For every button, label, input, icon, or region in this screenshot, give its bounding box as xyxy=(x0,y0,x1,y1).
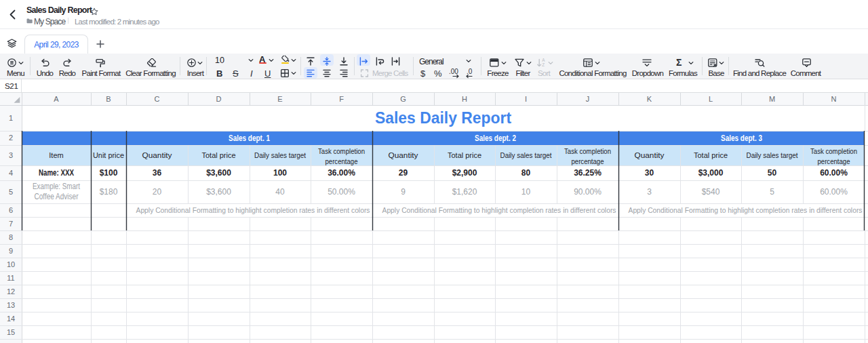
svg-text:B: B xyxy=(106,95,111,103)
svg-text:9: 9 xyxy=(9,247,13,255)
svg-text:Name: XXX: Name: XXX xyxy=(39,168,74,178)
svg-text:I: I xyxy=(525,95,527,103)
svg-text:15: 15 xyxy=(7,328,15,336)
svg-text:F: F xyxy=(339,95,344,103)
svg-text:Daily sales target: Daily sales target xyxy=(254,151,306,159)
svg-text:Item: Item xyxy=(49,151,63,159)
svg-text:2: 2 xyxy=(9,134,13,142)
svg-text:Total price: Total price xyxy=(202,151,236,159)
svg-text:$540: $540 xyxy=(702,187,720,197)
svg-text:.0: .0 xyxy=(467,68,473,75)
svg-text:36: 36 xyxy=(153,168,162,178)
svg-text:Task completion: Task completion xyxy=(810,147,857,155)
svg-text:Total price: Total price xyxy=(448,151,481,159)
svg-text:Apply Conditional Formatting t: Apply Conditional Formatting to highligh… xyxy=(382,206,616,214)
svg-text:10: 10 xyxy=(521,187,531,197)
svg-text:J: J xyxy=(586,95,590,103)
svg-text:30: 30 xyxy=(645,168,654,178)
svg-text:6: 6 xyxy=(9,206,13,214)
svg-text:Sales dept. 2: Sales dept. 2 xyxy=(475,134,516,143)
svg-text:N: N xyxy=(831,95,837,103)
svg-text:$3,600: $3,600 xyxy=(206,168,231,178)
svg-text:10: 10 xyxy=(7,260,15,268)
svg-text:$3,000: $3,000 xyxy=(698,168,724,178)
svg-text:60.00%: 60.00% xyxy=(820,187,848,197)
svg-text:3: 3 xyxy=(647,187,652,197)
svg-text:36.00%: 36.00% xyxy=(328,168,355,178)
svg-text:K: K xyxy=(647,95,652,103)
svg-text:Example: Smart: Example: Smart xyxy=(33,182,81,191)
svg-text:50.00%: 50.00% xyxy=(328,187,355,197)
svg-text:Sales dept. 1: Sales dept. 1 xyxy=(229,134,270,143)
svg-text:Quantity: Quantity xyxy=(142,151,173,159)
svg-text:13: 13 xyxy=(7,301,15,309)
svg-text:90.00%: 90.00% xyxy=(574,187,601,197)
svg-text:$2,900: $2,900 xyxy=(452,168,477,178)
svg-text:29: 29 xyxy=(399,168,408,178)
svg-text:Z: Z xyxy=(542,62,545,67)
svg-text:11: 11 xyxy=(7,274,14,282)
svg-text:4: 4 xyxy=(9,169,13,177)
svg-text:M: M xyxy=(769,95,775,103)
svg-text:50: 50 xyxy=(768,168,777,178)
svg-text:L: L xyxy=(709,95,713,103)
svg-text:14: 14 xyxy=(7,315,15,323)
svg-text:1: 1 xyxy=(9,114,13,122)
svg-text:$1,620: $1,620 xyxy=(452,187,477,197)
svg-text:20: 20 xyxy=(153,187,162,197)
svg-text:H: H xyxy=(462,95,467,103)
svg-text:C: C xyxy=(155,95,160,103)
svg-text:$3,600: $3,600 xyxy=(206,187,231,197)
svg-text:Daily sales target: Daily sales target xyxy=(500,151,552,159)
svg-text:40: 40 xyxy=(275,187,285,197)
svg-text:9: 9 xyxy=(401,187,406,197)
svg-text:Quantity: Quantity xyxy=(635,151,665,159)
svg-text:percentage: percentage xyxy=(572,157,604,165)
svg-text:Task completion: Task completion xyxy=(318,147,365,155)
svg-text:Unit price: Unit price xyxy=(93,151,124,159)
svg-text:60.00%: 60.00% xyxy=(820,168,848,178)
svg-text:5: 5 xyxy=(9,188,13,196)
svg-text:Coffee Adviser: Coffee Adviser xyxy=(35,192,79,201)
svg-text:Sales Daily Report: Sales Daily Report xyxy=(375,109,511,127)
svg-text:D: D xyxy=(216,95,222,103)
svg-text:12: 12 xyxy=(7,287,15,296)
svg-text:Apply Conditional Formatting t: Apply Conditional Formatting to highligh… xyxy=(136,206,370,214)
svg-text:7: 7 xyxy=(9,220,13,228)
svg-text:3: 3 xyxy=(9,151,13,159)
svg-text:Apply Conditional Formatting t: Apply Conditional Formatting to highligh… xyxy=(629,206,863,214)
svg-text:5: 5 xyxy=(770,187,774,197)
svg-text:Quantity: Quantity xyxy=(389,151,419,159)
svg-text:36.25%: 36.25% xyxy=(574,168,601,178)
svg-text:percentage: percentage xyxy=(818,157,850,165)
svg-text:80: 80 xyxy=(521,168,531,178)
svg-text:E: E xyxy=(277,95,282,103)
svg-text:8: 8 xyxy=(9,233,13,241)
svg-text:Total price: Total price xyxy=(694,151,728,159)
svg-text:$180: $180 xyxy=(100,187,118,197)
svg-text:Task completion: Task completion xyxy=(564,147,611,155)
svg-text:percentage: percentage xyxy=(326,157,358,165)
svg-text:.00: .00 xyxy=(449,68,458,75)
svg-text:$100: $100 xyxy=(100,168,118,178)
svg-text:G: G xyxy=(400,95,406,103)
svg-text:100: 100 xyxy=(273,168,287,178)
svg-text:A: A xyxy=(54,95,59,103)
svg-text:Daily sales target: Daily sales target xyxy=(747,151,798,159)
svg-text:Sales dept. 3: Sales dept. 3 xyxy=(721,134,762,143)
